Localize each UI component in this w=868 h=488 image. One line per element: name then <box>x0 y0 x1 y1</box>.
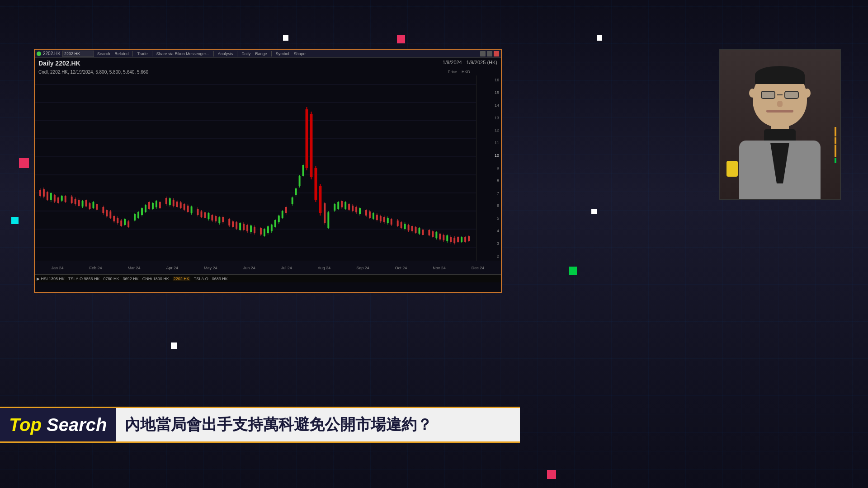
svg-rect-87 <box>187 206 189 212</box>
news-text-area: 內地當局會出手支持萬科避免公開市場違約？ <box>116 408 520 441</box>
chart-ohlc: Cndl, 2202.HK, 12/19/2024, 5.800, 5.800,… <box>35 69 501 75</box>
person-head <box>753 68 807 127</box>
svg-rect-177 <box>369 211 371 218</box>
svg-rect-61 <box>137 212 139 218</box>
svg-rect-35 <box>85 200 87 206</box>
price-label: Price <box>448 70 457 74</box>
ticker-tsla2: TSLA.O <box>194 277 208 281</box>
date-sep24: Sep 24 <box>356 266 369 270</box>
search-related-btn[interactable]: Search <box>96 52 112 56</box>
bg-bar-4 <box>835 158 836 163</box>
date-dec24: Dec 24 <box>472 266 485 270</box>
svg-rect-225 <box>461 237 462 242</box>
chart-body[interactable]: 16 15 14 13 12 11 10 9 8 7 6 5 4 3 2 <box>35 75 501 261</box>
svg-rect-29 <box>75 199 76 204</box>
svg-rect-31 <box>78 200 80 206</box>
svg-rect-57 <box>127 221 129 227</box>
svg-rect-115 <box>243 224 245 230</box>
svg-rect-219 <box>450 237 452 242</box>
toolbar-sep-3 <box>213 51 214 56</box>
svg-rect-221 <box>453 238 455 243</box>
svg-rect-141 <box>295 188 297 195</box>
price-13: 13 <box>478 116 499 120</box>
svg-rect-125 <box>264 229 265 236</box>
close-btn[interactable] <box>494 51 499 56</box>
toolbar-sep-4 <box>237 51 237 56</box>
date-nov24: Nov 24 <box>433 266 446 270</box>
price-10: 10 <box>478 153 499 158</box>
svg-rect-81 <box>176 202 178 207</box>
svg-rect-189 <box>391 219 392 225</box>
svg-rect-15 <box>47 192 48 200</box>
ticker-0780: 0780.HK <box>104 277 119 281</box>
svg-rect-153 <box>319 186 321 213</box>
svg-rect-217 <box>446 235 448 241</box>
trade-btn[interactable]: Trade <box>136 52 149 56</box>
svg-rect-151 <box>314 168 317 200</box>
range-btn[interactable]: Range <box>254 52 269 56</box>
svg-rect-223 <box>457 237 459 242</box>
svg-rect-211 <box>435 232 437 238</box>
analysis-btn[interactable]: Analysis <box>217 52 235 56</box>
deco-square-9 <box>547 470 556 479</box>
deco-square-8 <box>171 343 177 349</box>
shape-btn[interactable]: Shape <box>292 52 307 56</box>
bg-decoration-yellow <box>726 161 738 177</box>
chart-titlebar: 2202.HK Search Related Trade Share via E… <box>35 50 501 58</box>
glasses-right <box>784 91 799 99</box>
svg-rect-105 <box>222 217 224 222</box>
svg-rect-113 <box>239 223 241 230</box>
aug-candles <box>260 206 287 237</box>
ticker-2202: 2202.HK <box>173 277 190 281</box>
svg-rect-89 <box>191 206 193 213</box>
date-aug24: Aug 24 <box>318 266 331 270</box>
price-9: 9 <box>478 166 499 170</box>
svg-rect-59 <box>134 214 136 221</box>
svg-rect-117 <box>246 225 248 231</box>
glasses-bridge <box>777 94 783 95</box>
svg-rect-161 <box>337 202 339 209</box>
chart-date-range: 1/9/2024 - 1/9/2025 (HK) <box>443 60 497 67</box>
price-axis: 16 15 14 13 12 11 10 9 8 7 6 5 4 3 2 <box>476 75 501 261</box>
svg-rect-149 <box>310 114 313 177</box>
bg-chart-bars <box>831 127 840 163</box>
ticker-0683: 0683.HK <box>212 277 228 281</box>
deco-square-4 <box>19 158 29 168</box>
symbol-btn[interactable]: Symbol <box>274 52 291 56</box>
person-nose <box>777 101 783 107</box>
svg-rect-169 <box>352 206 354 211</box>
svg-rect-121 <box>254 227 255 233</box>
price-3: 3 <box>478 241 499 246</box>
svg-rect-97 <box>208 213 209 219</box>
toolbar-sep-1 <box>132 51 133 56</box>
svg-rect-67 <box>148 202 150 209</box>
date-oct24: Oct 24 <box>395 266 407 270</box>
symbol-input[interactable] <box>62 51 94 57</box>
apr-candles <box>134 200 161 221</box>
share-btn[interactable]: Share via Eikon Messenger... <box>155 52 211 56</box>
svg-rect-187 <box>387 218 389 223</box>
date-feb24: Feb 24 <box>90 266 102 270</box>
ticker-3692: 3692.HK <box>123 277 139 281</box>
svg-rect-157 <box>327 212 329 228</box>
maximize-btn[interactable] <box>487 51 492 56</box>
related-btn[interactable]: Related <box>113 52 130 56</box>
deco-square-3 <box>597 35 602 41</box>
person-hair <box>755 66 805 84</box>
svg-rect-181 <box>376 215 378 220</box>
svg-rect-77 <box>169 198 171 205</box>
may-candles <box>165 197 193 215</box>
svg-rect-39 <box>92 202 94 208</box>
webcam-content <box>720 50 840 199</box>
daily-btn[interactable]: Daily <box>240 52 252 56</box>
bg-bar-2 <box>835 137 836 144</box>
svg-rect-69 <box>152 203 154 209</box>
svg-rect-137 <box>285 207 287 213</box>
svg-rect-21 <box>57 197 59 203</box>
svg-rect-163 <box>341 201 343 207</box>
svg-rect-191 <box>397 221 399 226</box>
svg-rect-19 <box>54 195 56 202</box>
feb-candles <box>71 195 98 211</box>
price-currency: HKD <box>462 70 470 74</box>
minimize-btn[interactable] <box>480 51 486 56</box>
